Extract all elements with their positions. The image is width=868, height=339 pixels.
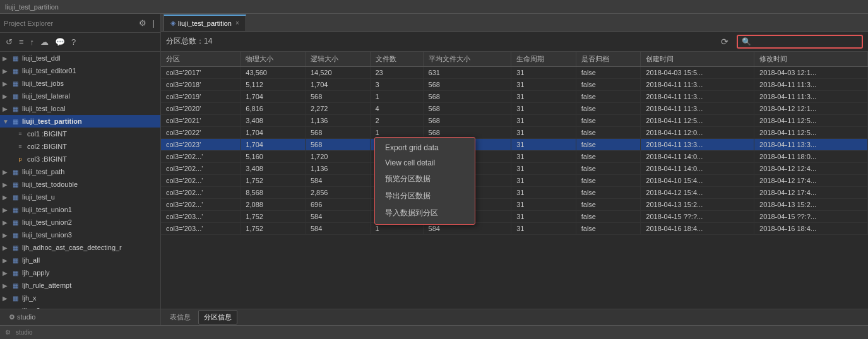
active-tab[interactable]: ◈ liuji_test_partition × <box>163 15 246 31</box>
tree-arrow: ▶ <box>3 206 10 213</box>
table-row[interactable]: col3='2017'43,56014,5202363131false2018-… <box>161 67 868 79</box>
table-row[interactable]: col3='2023'1,704568156831false2018-04-11… <box>161 139 868 151</box>
tree-arrow: ▶ <box>3 282 10 289</box>
sidebar-item-liuji_test_path[interactable]: ▶ ▦ liuji_test_path <box>0 165 160 178</box>
table-row[interactable]: col3='202...'5,1601,720357331false2018-0… <box>161 151 868 163</box>
col-header-modified-time: 修改时间 <box>754 52 868 67</box>
refresh-tree-button[interactable]: ↺ <box>4 36 15 48</box>
table-icon: ▦ <box>10 78 20 88</box>
tree-label: liuji_test_ddl <box>22 54 61 62</box>
table-icon: ▦ <box>10 192 20 202</box>
sidebar-item-ljh_all[interactable]: ▶ ▦ ljh_all <box>0 254 160 266</box>
chat-icon[interactable]: 💬 <box>53 36 67 48</box>
tree-label: liuji_test_union1 <box>22 206 72 213</box>
title-bar: liuji_test_partition <box>0 0 868 14</box>
tree-label-col2: col2 :BIGINT <box>27 143 67 150</box>
context-menu-item[interactable]: View cell detail <box>375 155 475 170</box>
sidebar-item-liuji_test_editor01[interactable]: ▶ ▦ liuji_test_editor01 <box>0 64 160 77</box>
sidebar-item-liuji_test_union3[interactable]: ▶ ▦ liuji_test_union3 <box>0 229 160 241</box>
sidebar-item-liuji_test_ddl[interactable]: ▶ ▦ liuji_test_ddl <box>0 52 160 64</box>
sidebar-item-liuji_test_todouble[interactable]: ▶ ▦ liuji_test_todouble <box>0 178 160 191</box>
tree-arrow: ▶ <box>3 270 10 277</box>
cloud-icon[interactable]: ☁ <box>39 36 51 48</box>
tree-label: ljh_apply <box>22 269 49 277</box>
sidebar-item-liuji_test_partition[interactable]: ▼ ▦ liuji_test_partition <box>0 115 160 128</box>
sidebar-item-col3[interactable]: p col3 :BIGINT <box>0 153 160 165</box>
main-layout: Project Explorer ⚙ | ↺ ≡ ↑ ☁ 💬 ? ▶ ▦ liu… <box>0 14 868 325</box>
tree-label: ljh_all <box>22 256 40 264</box>
tree-label: ljh_rule_attempt <box>22 282 71 289</box>
tree-label: liuji_test_union3 <box>22 231 72 239</box>
tree-arrow-ddl: ▶ <box>3 55 10 62</box>
sidebar-item-ljh_x2[interactable]: ▶ ▦ ljh_x2 <box>0 304 160 309</box>
table-row[interactable]: col3='2021'3,4081,136256831false2018-04-… <box>161 115 868 127</box>
table-row[interactable]: col3='203...'1,752584158431false2018-04-… <box>161 211 868 223</box>
tree-label: liuji_test_editor01 <box>22 67 76 74</box>
sidebar-item-liuji_test_local[interactable]: ▶ ▦ liuji_test_local <box>0 102 160 115</box>
col-header-physical-size: 物理大小 <box>241 52 306 67</box>
table-icon: ▦ <box>10 268 20 278</box>
tab-close-icon[interactable]: × <box>235 20 239 27</box>
table-icon: ▦ <box>10 255 20 265</box>
tree-label: liuji_test_lateral <box>22 92 70 100</box>
tree-label: ljh_adhoc_ast_case_detecting_r <box>22 244 122 251</box>
sidebar-item-liuji_test_lateral[interactable]: ▶ ▦ liuji_test_lateral <box>0 90 160 102</box>
tree-arrow: ▶ <box>3 295 10 302</box>
up-button[interactable]: ↑ <box>28 36 37 48</box>
table-icon: ▦ <box>10 280 20 290</box>
table-icon: ▦ <box>10 91 20 101</box>
tree-label-partition: liuji_test_partition <box>22 117 82 125</box>
sidebar-item-col1[interactable]: ≡ col1 :BIGINT <box>0 128 160 140</box>
context-menu-item[interactable]: 导入数据到分区 <box>375 205 475 222</box>
table-row[interactable]: col3='202...'1,752584158431false2018-04-… <box>161 175 868 187</box>
table-row[interactable]: col3='2019'1,704568156831false2018-04-11… <box>161 91 868 103</box>
pk-icon: p <box>15 154 25 164</box>
table-container: 分区 物理大小 逻辑大小 文件数 平均文件大小 生命周期 是否归档 创建时间 修… <box>161 52 868 309</box>
table-row[interactable]: col3='203...'1,752584158431false2018-04-… <box>161 223 868 235</box>
table-row[interactable]: col3='202...'3,4081,136256831false2018-0… <box>161 163 868 175</box>
col-header-file-count: 文件数 <box>370 52 423 67</box>
sidebar-item-ljh_adhoc[interactable]: ▶ ▦ ljh_adhoc_ast_case_detecting_r <box>0 241 160 254</box>
sidebar-action-toolbar: ↺ ≡ ↑ ☁ 💬 ? <box>0 33 160 52</box>
sidebar-item-ljh_x[interactable]: ▶ ▦ ljh_x <box>0 292 160 304</box>
table-row[interactable]: col3='202...'8,5682,856557131false2018-0… <box>161 187 868 199</box>
sidebar-bottom-tabs: ⚙ studio <box>0 309 160 325</box>
tree-arrow: ▶ <box>3 169 10 175</box>
search-box: 🔍 <box>737 35 863 49</box>
help-icon[interactable]: ? <box>69 36 78 48</box>
align-button[interactable]: ≡ <box>17 36 26 48</box>
settings-icon[interactable]: ⚙ <box>137 17 148 29</box>
table-row[interactable]: col3='2020'6,8162,272456831false2018-04-… <box>161 103 868 115</box>
table-row[interactable]: col3='2022'1,704568156831false2018-04-11… <box>161 127 868 139</box>
table-icon: ▦ <box>10 167 20 177</box>
sidebar-item-col2[interactable]: ≡ col2 :BIGINT <box>0 140 160 153</box>
sidebar-item-liuji_test_u[interactable]: ▶ ▦ liuji_test_u <box>0 191 160 203</box>
tab-table-info[interactable]: 表信息 <box>165 311 196 324</box>
tab-partition-info[interactable]: 分区信息 <box>198 310 237 324</box>
table-row[interactable]: col3='202...'2,088696169631false2018-04-… <box>161 199 868 211</box>
tree-label: liuji_test_todouble <box>22 181 78 188</box>
status-settings-icon: ⚙ <box>5 329 11 336</box>
context-menu-item[interactable]: 导出分区数据 <box>375 187 475 205</box>
table-icon: ▦ <box>10 179 20 189</box>
search-input[interactable] <box>754 38 829 45</box>
studio-tab[interactable]: ⚙ studio <box>4 311 40 323</box>
table-icon: ▦ <box>10 242 20 253</box>
tree-arrow: ▶ <box>3 219 10 226</box>
content-bottom-tabs: 表信息 分区信息 <box>161 309 868 325</box>
sidebar-item-liuji_test_union2[interactable]: ▶ ▦ liuji_test_union2 <box>0 216 160 229</box>
tree-arrow: ▶ <box>3 181 10 188</box>
context-menu-item[interactable]: 预览分区数据 <box>375 170 475 187</box>
refresh-button[interactable]: ⟳ <box>718 35 732 49</box>
sidebar-item-liuji_test_jobs[interactable]: ▶ ▦ liuji_test_jobs <box>0 77 160 90</box>
sidebar-item-liuji_test_union1[interactable]: ▶ ▦ liuji_test_union1 <box>0 203 160 216</box>
sidebar-item-ljh_apply[interactable]: ▶ ▦ ljh_apply <box>0 266 160 279</box>
context-menu-item[interactable]: Export grid data <box>375 140 475 155</box>
sidebar-toolbar: Project Explorer ⚙ | <box>0 14 160 33</box>
status-studio-label: studio <box>16 329 33 336</box>
status-bar: ⚙ studio <box>0 325 868 339</box>
separator-icon[interactable]: | <box>151 17 157 29</box>
sidebar-item-ljh_rule_attempt[interactable]: ▶ ▦ ljh_rule_attempt <box>0 279 160 292</box>
table-row[interactable]: col3='2018'5,1121,704356831false2018-04-… <box>161 79 868 91</box>
tree-label: liuji_test_u <box>22 193 55 201</box>
